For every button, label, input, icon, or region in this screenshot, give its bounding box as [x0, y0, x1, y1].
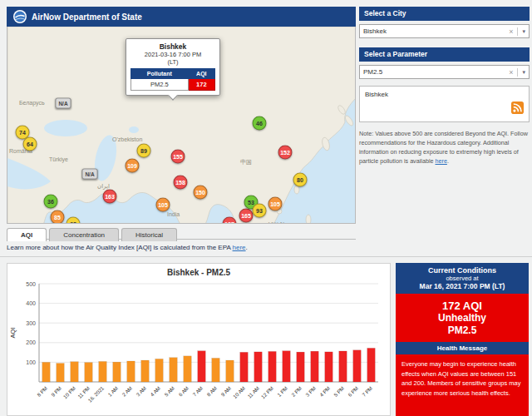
- map-marker-aqi[interactable]: 105: [268, 197, 283, 211]
- map-marker-aqi[interactable]: 109: [126, 159, 140, 173]
- chart-panel: Bishkek - PM2.5 1002003004005008 PM9 PM1…: [7, 263, 391, 416]
- svg-text:1 AM: 1 AM: [106, 385, 119, 398]
- rss-icon[interactable]: [511, 102, 524, 117]
- map-marker-aqi[interactable]: 93: [253, 204, 267, 218]
- svg-text:200: 200: [26, 339, 36, 345]
- conditions-parameter: PM2.5: [396, 324, 529, 337]
- map-country-label: O'zbekiston: [112, 136, 142, 142]
- tab-aqi[interactable]: AQI: [7, 228, 47, 241]
- map-country-label: Việt Nam: [268, 221, 293, 224]
- map-marker-aqi[interactable]: 152: [278, 146, 293, 160]
- popup-datetime: 2021-03-16 7:00 PM: [131, 51, 215, 58]
- map-marker-aqi[interactable]: 155: [171, 150, 185, 164]
- divider: [0, 256, 532, 257]
- select-parameter-header: Select a Parameter: [359, 47, 530, 62]
- svg-text:10 AM: 10 AM: [232, 385, 246, 399]
- svg-text:1 PM: 1 PM: [276, 385, 288, 398]
- map-marker-aqi[interactable]: 46: [253, 116, 267, 131]
- svg-text:5 AM: 5 AM: [163, 385, 175, 398]
- feed-city-label: Bishkek: [365, 91, 388, 98]
- svg-text:AQI: AQI: [9, 328, 17, 339]
- svg-text:11 AM: 11 AM: [246, 385, 260, 399]
- dropdown-caret-icon[interactable]: ▾: [518, 69, 525, 76]
- map-marker-aqi[interactable]: 80: [293, 173, 308, 187]
- map-marker-na[interactable]: N/A: [82, 169, 98, 180]
- map-marker-aqi[interactable]: 165: [239, 209, 254, 223]
- map-marker-aqi[interactable]: 36: [44, 195, 58, 209]
- svg-text:300: 300: [26, 320, 36, 326]
- clear-icon[interactable]: ×: [505, 68, 518, 77]
- svg-text:9 PM: 9 PM: [50, 385, 62, 398]
- chart-svg: 1002003004005008 PM9 PM10 PM11 PM16. 202…: [7, 277, 387, 410]
- svg-text:9 AM: 9 AM: [219, 385, 232, 398]
- popup-aqi-value: 172: [188, 79, 214, 91]
- conditions-datetime: Mar 16, 2021 7:00 PM (LT): [397, 282, 527, 290]
- map-country-label: 中国: [240, 158, 252, 166]
- epa-link[interactable]: here: [233, 244, 246, 251]
- map-marker-aqi[interactable]: 150: [194, 186, 208, 200]
- note-suffix: .: [447, 157, 449, 165]
- map-marker-aqi[interactable]: 85: [51, 210, 65, 225]
- map[interactable]: БеларусьRomâniaTürkiyeO'zbekistonایرانIn…: [7, 27, 356, 224]
- map-marker-aqi[interactable]: 163: [103, 190, 117, 204]
- svg-text:400: 400: [26, 300, 36, 306]
- parameter-select[interactable]: PM2.5 × ▾: [359, 65, 530, 79]
- chart-title: Bishkek - PM2.5: [7, 264, 390, 277]
- map-marker-na[interactable]: N/A: [56, 98, 71, 109]
- tab-historical[interactable]: Historical: [121, 228, 177, 241]
- conditions-aqi-block: 172 AQI Unhealthy PM2.5: [396, 294, 529, 342]
- svg-text:16. 2021: 16. 2021: [86, 384, 105, 403]
- current-conditions-panel: Current Conditions observed at Mar 16, 2…: [396, 263, 529, 416]
- svg-text:8 AM: 8 AM: [205, 385, 218, 398]
- map-marker-aqi[interactable]: 105: [156, 198, 170, 212]
- svg-text:4 AM: 4 AM: [149, 385, 161, 398]
- tab-concentration[interactable]: Concentration: [49, 228, 119, 241]
- page: AirNow Department of State БеларусьRomân…: [0, 0, 532, 416]
- svg-text:6 PM: 6 PM: [347, 385, 359, 398]
- city-select[interactable]: Bishkek × ▾: [359, 24, 530, 38]
- svg-text:8 PM: 8 PM: [36, 385, 48, 398]
- svg-text:3 PM: 3 PM: [304, 385, 317, 398]
- dropdown-caret-icon[interactable]: ▾: [518, 28, 525, 35]
- svg-text:100: 100: [26, 359, 36, 365]
- parameter-select-value: PM2.5: [363, 68, 505, 76]
- feed-box: Bishkek: [359, 86, 530, 122]
- svg-text:4 PM: 4 PM: [318, 385, 331, 398]
- svg-text:2 PM: 2 PM: [290, 385, 303, 398]
- map-marker-aqi[interactable]: 64: [23, 137, 37, 151]
- popup-city: Bishkek: [131, 42, 215, 51]
- airnow-globe-logo-icon: [13, 10, 27, 23]
- svg-text:500: 500: [26, 281, 36, 287]
- svg-text:2 AM: 2 AM: [121, 385, 133, 398]
- popup-pollutant-header: Pollutant: [131, 69, 189, 79]
- health-message-text: Everyone may begin to experience health …: [396, 354, 529, 416]
- conditions-category: Unhealthy: [396, 312, 529, 324]
- map-marker-aqi[interactable]: 158: [174, 176, 188, 190]
- city-select-value: Bishkek: [363, 27, 505, 35]
- app-title: AirNow Department of State: [32, 12, 142, 22]
- svg-text:12 PM: 12 PM: [260, 385, 275, 400]
- conditions-observed-at: observed at: [397, 275, 527, 282]
- svg-text:7 AM: 7 AM: [191, 385, 204, 398]
- popup-aqi-header: AQI: [188, 69, 214, 79]
- map-country-label: Türkiye: [49, 156, 68, 162]
- tabs: AQIConcentrationHistorical: [7, 225, 356, 240]
- svg-text:7 PM: 7 PM: [361, 385, 373, 398]
- popup-lt: (LT): [131, 58, 215, 66]
- map-marker-aqi[interactable]: 89: [137, 144, 151, 158]
- app-header: AirNow Department of State: [7, 7, 356, 27]
- svg-text:10 PM: 10 PM: [62, 385, 77, 400]
- conditions-header: Current Conditions observed at Mar 16, 2…: [396, 263, 529, 294]
- note-text: Note: Values above 500 are considered Be…: [359, 129, 530, 166]
- conditions-title: Current Conditions: [397, 266, 527, 275]
- learn-more-suffix: .: [246, 244, 248, 251]
- conditions-aqi: 172 AQI: [396, 300, 529, 312]
- popup-table: Pollutant AQI PM2.5 172: [131, 68, 215, 91]
- svg-text:3 AM: 3 AM: [135, 385, 147, 398]
- learn-more-prefix: Learn more about how the Air Quality Ind…: [7, 244, 233, 251]
- svg-text:6 AM: 6 AM: [177, 385, 190, 398]
- note-here-link[interactable]: here: [436, 157, 447, 165]
- clear-icon[interactable]: ×: [505, 27, 518, 36]
- health-message-header: Health Message: [396, 342, 529, 354]
- select-city-header: Select a City: [359, 7, 530, 21]
